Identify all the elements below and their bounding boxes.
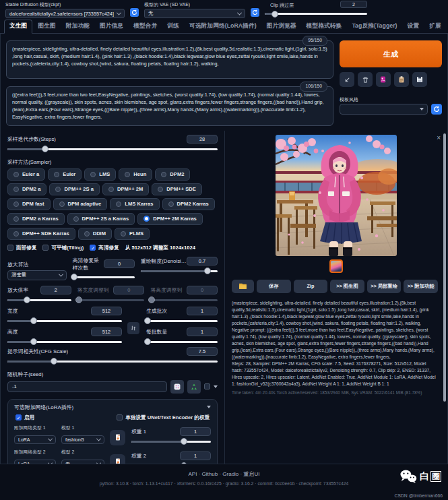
negative-prompt-input[interactable]: 106/150 (((extra feet))),3 feet,more tha… (6, 86, 333, 126)
vae-refresh-button[interactable] (251, 8, 259, 17)
batch-size-value[interactable]: 1 (187, 327, 218, 336)
upscaler-dropdown[interactable]: 潜变量 (7, 270, 67, 280)
sampler-option[interactable]: DPM++ 2M (102, 183, 149, 195)
checkpoint-refresh-button[interactable] (130, 8, 139, 17)
tab-tagger[interactable]: Tag反推(Tagger) (347, 20, 402, 33)
sampler-option[interactable]: DPM++ 2S a (49, 183, 99, 195)
sampler-option[interactable]: DPM2 (155, 168, 190, 181)
hires-steps-label: 高清修复采样次数 (73, 257, 104, 272)
tab-model-converter[interactable]: 模型格式转换 (302, 20, 347, 33)
swap-dimensions-button[interactable] (127, 322, 139, 334)
checkpoint-dropdown[interactable]: dalceforealistictallyv2.safetensors [733… (5, 9, 125, 18)
send-to-extras-button[interactable]: >> 附加功能 (404, 280, 438, 293)
sampler-option[interactable]: LMS (84, 168, 116, 181)
save-image-button[interactable]: 保存 (257, 280, 291, 293)
sampler-option[interactable]: DPM fast (7, 198, 51, 210)
sampler-option[interactable]: Euler (48, 168, 82, 181)
sampler-option[interactable]: DPM adaptive (53, 198, 108, 210)
sampler-option[interactable]: DPM++ 2S a Karras (67, 213, 135, 225)
cfg-slider[interactable] (7, 361, 218, 363)
hires-fix-toggle[interactable]: ✓高清修复 (90, 245, 119, 251)
height-slider[interactable] (7, 341, 122, 343)
clip-skip-value[interactable]: 2 (340, 1, 367, 8)
tab-train[interactable]: 训练 (162, 20, 184, 33)
sampler-option[interactable]: DPM2 a (7, 183, 46, 195)
lora-enable-toggle[interactable]: ✓启用 (15, 414, 34, 421)
sampler-option[interactable]: DPM++ SDE Karras (7, 228, 75, 240)
sampler-option[interactable]: LMS Karras (110, 198, 159, 210)
sampler-option[interactable]: DDIM (78, 228, 112, 240)
cfg-value[interactable]: 7.5 (187, 347, 218, 356)
lora-model-dropdown[interactable]: fashionG (61, 435, 104, 444)
generated-image[interactable] (276, 135, 397, 256)
tiling-toggle[interactable]: 可平铺(Tiling) (42, 245, 84, 251)
denoise-slider[interactable] (141, 270, 218, 272)
reuse-seed-button[interactable] (187, 380, 201, 394)
width-slider[interactable] (7, 320, 122, 322)
tab-additional-networks[interactable]: 可选附加网络(LoRA插件) (185, 20, 261, 33)
upscale-by-slider[interactable] (7, 299, 71, 301)
send-to-inpaint-button[interactable]: >> 局部重绘 (367, 280, 402, 293)
sampler-option-selected[interactable]: DPM++ 2M Karras (137, 213, 203, 225)
tab-extensions[interactable]: 扩展 (424, 20, 446, 33)
save-style-button[interactable] (412, 72, 427, 87)
sampler-option[interactable]: Heun (119, 168, 152, 181)
steps-value[interactable]: 28 (187, 135, 218, 144)
lora-header[interactable]: 可选附加网络(LoRA插件) (14, 404, 211, 411)
batch-count-slider[interactable] (146, 320, 218, 322)
tab-image-browser[interactable]: 图片浏览器 (262, 20, 301, 33)
tab-img2img[interactable]: 图生图 (33, 20, 60, 33)
image-thumbnail[interactable] (329, 259, 343, 273)
steps-slider[interactable] (7, 148, 218, 150)
tab-png-info[interactable]: 图片信息 (95, 20, 128, 33)
style-refresh-button[interactable] (431, 104, 442, 115)
seed-extra-checkbox[interactable] (204, 383, 210, 389)
hires-steps-value[interactable]: 0 (104, 259, 135, 268)
github-link[interactable]: Github (202, 471, 218, 477)
positive-prompt-input[interactable]: 95/150 (masterpiece, sidelighting, ultra… (6, 40, 333, 79)
tab-extras[interactable]: 附加功能 (61, 20, 94, 33)
open-folder-button[interactable] (232, 280, 254, 293)
upscale-by-value[interactable]: 2 (40, 286, 71, 294)
denoise-value[interactable]: 0.7 (187, 257, 218, 265)
tab-txt2img[interactable]: 文生图 (4, 20, 32, 34)
apply-style-button[interactable] (394, 72, 409, 87)
lora-info-button[interactable] (110, 430, 125, 445)
tab-settings[interactable]: 设置 (403, 20, 424, 33)
sampler-option[interactable]: DPM++ SDE (152, 183, 201, 195)
restore-faces-toggle[interactable]: 面部修复 (7, 245, 36, 251)
sampler-option[interactable]: DPM2 Karras (162, 198, 215, 210)
lora-weight-value[interactable]: 1 (180, 427, 211, 436)
lora-separate-toggle[interactable]: 单独设置 UNet/Text Encoder 的权重 (117, 414, 210, 421)
sampler-option[interactable]: Euler a (7, 168, 45, 181)
batch-size-slider[interactable] (146, 341, 218, 343)
lora-weight-slider[interactable] (131, 441, 211, 443)
reload-ui-link[interactable]: 重启UI (243, 471, 259, 477)
seed-input[interactable]: -1 (7, 381, 167, 392)
close-image-button[interactable]: × (437, 135, 441, 142)
read-params-button[interactable] (340, 72, 354, 87)
height-value[interactable]: 512 (91, 327, 122, 336)
clear-prompt-button[interactable] (358, 72, 373, 87)
vae-dropdown[interactable]: 无 (144, 9, 245, 18)
gradio-link[interactable]: Gradio (222, 471, 238, 477)
api-link[interactable]: API (189, 471, 197, 477)
zip-button[interactable]: Zip (294, 280, 328, 293)
style-dropdown[interactable] (340, 104, 428, 115)
lora-info-button[interactable] (110, 454, 125, 464)
batch-count-value[interactable]: 1 (187, 307, 218, 315)
tab-checkpoint-merger[interactable]: 模型合并 (129, 20, 162, 33)
hires-steps-slider[interactable] (73, 276, 135, 278)
result-scrollbar[interactable] (443, 133, 446, 402)
generate-button[interactable]: 生成 (340, 40, 442, 67)
lora-weight-value[interactable]: 1 (180, 451, 211, 460)
sampler-option[interactable]: DPM2 a Karras (7, 213, 65, 225)
clip-skip-slider[interactable] (265, 13, 367, 15)
sampler-option[interactable]: PLMS (115, 228, 150, 240)
seed-extra-arrow-icon[interactable] (214, 385, 218, 388)
send-to-img2img-button[interactable]: >> 图生图 (330, 280, 364, 293)
random-seed-button[interactable] (170, 380, 184, 394)
width-value[interactable]: 512 (91, 307, 122, 315)
lora-type-dropdown[interactable]: LoRA (14, 435, 56, 444)
extra-networks-button[interactable] (376, 72, 391, 87)
